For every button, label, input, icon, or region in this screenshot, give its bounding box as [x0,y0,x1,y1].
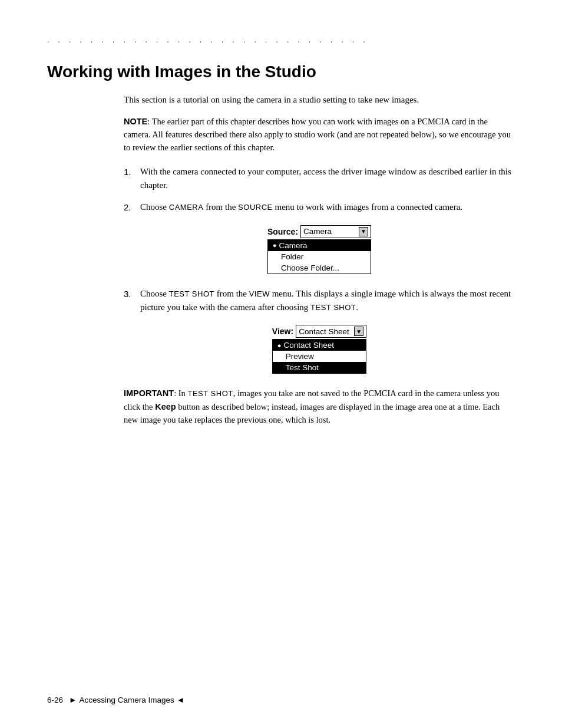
footer-chapter-title: Accessing Camera Images [79,696,174,704]
source-menu-item-choose-folder[interactable]: Choose Folder... [268,262,371,274]
source-item-label-camera: Camera [279,241,308,250]
view-select-box[interactable]: Contact Sheet ▼ [296,325,366,338]
view-menu-item-preview[interactable]: Preview [273,351,366,362]
keep-label: Keep [155,402,176,411]
view-item-label-contact-sheet: Contact Sheet [284,341,335,350]
view-dropdown-arrow[interactable]: ▼ [354,327,363,336]
source-dropdown-row: Source: Camera ▼ [267,225,371,238]
source-dropdown-widget: Source: Camera ▼ ● Camera Folder [267,225,371,274]
source-select-text: Camera [303,227,358,236]
step-text-1: With the camera connected to your comput… [140,165,515,193]
step-text-2: Choose Camera from the Source menu to wo… [140,200,515,214]
important-block: IMPORTANT: In Test Shot, images you take… [124,387,515,426]
steps-list: 1. With the camera connected to your com… [124,165,515,215]
view-dropdown-widget: View: Contact Sheet ▼ ● Contact Sheet Pr… [272,325,366,374]
view-item-label-test-shot: Test Shot [277,363,319,372]
view-dropdown-row: View: Contact Sheet ▼ [272,325,366,338]
source-select-box[interactable]: Camera ▼ [300,225,371,238]
step-number-3: 3. [124,287,140,301]
view-menu-item-contact-sheet[interactable]: ● Contact Sheet [273,340,366,351]
important-text-1: : In [174,388,187,398]
note-label: NOTE [124,117,147,126]
section-title: Working with Images in the Studio [0,62,562,81]
list-item: 1. With the camera connected to your com… [124,165,515,193]
view-smallcaps: View [249,289,270,298]
source-dropdown-arrow[interactable]: ▼ [359,227,368,236]
page: . . . . . . . . . . . . . . . . . . . . … [0,0,562,728]
view-dropdown-menu: ● Contact Sheet Preview Test Shot [272,339,366,374]
source-menu-item-camera[interactable]: ● Camera [268,240,371,251]
list-item-3: 3. Choose Test Shot from the View menu. … [124,287,515,315]
view-item-label-preview: Preview [277,352,314,361]
step-number-1: 1. [124,165,140,179]
source-item-label-choose-folder: Choose Folder... [273,263,339,272]
footer-arrow-right: ► [69,696,77,704]
view-label: View: [272,327,293,336]
source-item-label-folder: Folder [273,252,303,261]
testshot-smallcaps-1: Test Shot [169,289,214,298]
footer: 6-26 ► Accessing Camera Images ◄ [0,696,562,704]
footer-arrow-left: ◄ [177,696,184,704]
camera-smallcaps: Camera [169,203,204,212]
steps-list-2: 3. Choose Test Shot from the View menu. … [124,287,515,315]
view-dropdown-figure: View: Contact Sheet ▼ ● Contact Sheet Pr… [124,325,515,374]
important-text-3: button as described below; instead, imag… [124,402,500,424]
footer-page-number: 6-26 [47,696,63,704]
content-area: This section is a tutorial on using the … [0,93,562,427]
source-dropdown-menu: ● Camera Folder Choose Folder... [267,239,371,274]
list-item: 2. Choose Camera from the Source menu to… [124,200,515,214]
view-select-text: Contact Sheet [299,327,353,336]
source-label: Source: [267,227,298,236]
important-label: IMPORTANT [124,388,174,398]
note-text: : The earlier part of this chapter descr… [124,117,511,153]
view-bullet: ● [277,342,282,349]
step-number-2: 2. [124,200,140,214]
intro-paragraph: This section is a tutorial on using the … [124,93,515,107]
testshot-smallcaps-3: Test Shot [187,389,233,398]
note-block: NOTE: The earlier part of this chapter d… [124,115,515,154]
source-bullet: ● [273,242,277,249]
dots-divider: . . . . . . . . . . . . . . . . . . . . … [0,35,562,45]
source-menu-item-folder[interactable]: Folder [268,251,371,262]
testshot-smallcaps-2: Test Shot [310,303,356,312]
source-smallcaps: Source [238,203,273,212]
source-dropdown-figure: Source: Camera ▼ ● Camera Folder [124,225,515,274]
view-menu-item-test-shot[interactable]: Test Shot [273,362,366,373]
step-text-3: Choose Test Shot from the View menu. Thi… [140,287,515,315]
